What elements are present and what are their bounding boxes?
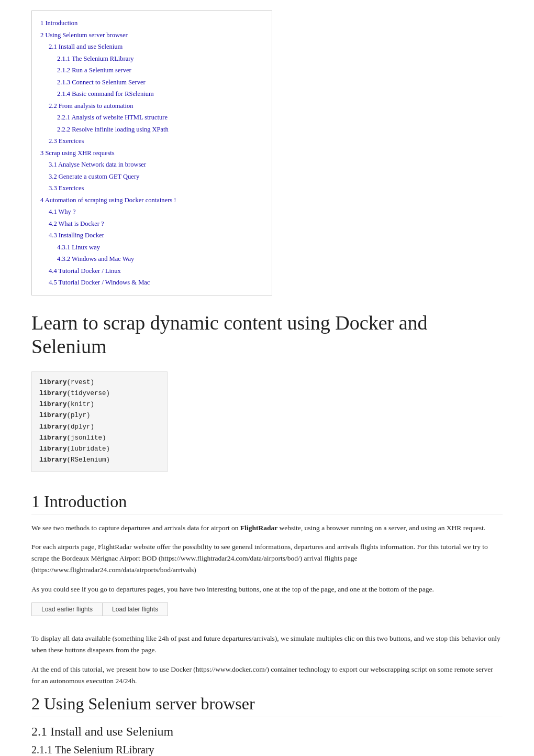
section-2-1-1-heading: 2.1.1 The Selenium RLibrary [31,744,503,756]
code-block: library(rvest)library(tidyverse)library(… [31,371,168,472]
code-line: library(dplyr) [39,422,160,433]
load-later-button[interactable]: Load later flights [103,603,168,616]
section-1-heading: 1 Introduction [31,492,503,515]
toc-item[interactable]: 2.1.1 The Selenium RLibrary [57,53,263,65]
toc-item[interactable]: 3 Scrap using XHR requests [40,147,263,159]
toc-item[interactable]: 2.1.4 Basic command for RSelenium [57,88,263,100]
code-line: library(RSelenium) [39,455,160,466]
code-line: library(tidyverse) [39,388,160,399]
toc-item[interactable]: 4.3.2 Windows and Mac Way [57,253,263,265]
code-line: library(lubridate) [39,444,160,455]
toc-item[interactable]: 2.1.3 Connect to Selenium Server [57,76,263,89]
toc-item[interactable]: 2.2.1 Analysis of website HTML structure [57,112,263,124]
toc-item[interactable]: 4 Automation of scraping using Docker co… [40,194,263,206]
toc-item[interactable]: 2.2.2 Resolve infinite loading using XPa… [57,124,263,136]
code-line: library(plyr) [39,410,160,421]
section-1-p1: We see two methods to capture departures… [31,522,503,534]
section-1-p5: At the end of this tutorial, we present … [31,664,503,687]
toc-item[interactable]: 2.2 From analysis to automation [49,100,263,112]
toc-item[interactable]: 4.2 What is Docker ? [49,218,263,230]
flight-buttons-row: Load earlier flights Load later flights [31,602,168,616]
toc-item[interactable]: 4.5 Tutorial Docker / Windows & Mac [49,277,263,289]
section-1-p2: For each airports page, FlightRadar webs… [31,541,503,576]
code-line: library(rvest) [39,377,160,388]
code-line: library(jsonlite) [39,433,160,444]
toc-item[interactable]: 2 Using Selenium server browser [40,29,263,41]
code-line: library(knitr) [39,399,160,410]
toc-item[interactable]: 2.1.2 Run a Selenium server [57,64,263,76]
toc-item[interactable]: 3.1 Analyse Network data in browser [49,159,263,171]
toc-item[interactable]: 4.1 Why ? [49,206,263,218]
toc-item[interactable]: 1 Introduction [40,17,263,29]
section-2-1-heading: 2.1 Install and use Selenium [31,725,503,739]
bold-flightradar: FlightRadar [240,524,277,532]
section-1-p3: As you could see if you go to departures… [31,584,503,595]
load-earlier-button[interactable]: Load earlier flights [32,603,103,616]
toc-item[interactable]: 2.1 Install and use Selenium [49,41,263,53]
main-title: Learn to scrap dynamic content using Doc… [31,311,503,359]
toc-item[interactable]: 3.3 Exercices [49,182,263,194]
toc-item[interactable]: 2.3 Exercices [49,135,263,147]
section-1-p4: To display all data available (something… [31,633,503,656]
toc-item[interactable]: 4.3.1 Linux way [57,242,263,254]
section-2-heading: 2 Using Selenium server browser [31,694,503,717]
toc-item[interactable]: 3.2 Generate a custom GET Query [49,171,263,183]
table-of-contents: 1 Introduction2 Using Selenium server br… [31,10,272,295]
toc-item[interactable]: 4.4 Tutorial Docker / Linux [49,265,263,277]
toc-item[interactable]: 4.3 Installing Docker [49,229,263,242]
